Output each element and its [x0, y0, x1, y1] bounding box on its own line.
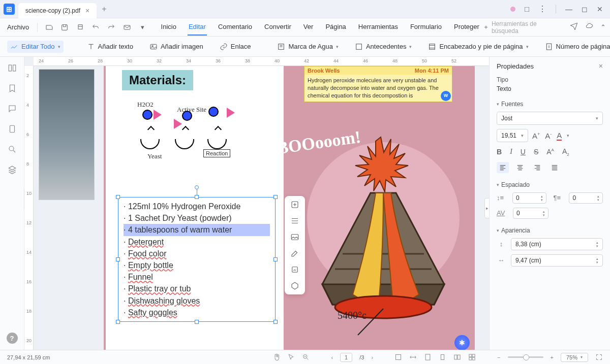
- page-input[interactable]: 1: [340, 353, 352, 362]
- zoom-out-icon[interactable]: −: [497, 354, 500, 360]
- list-item[interactable]: · Plastic tray or tub: [124, 283, 270, 294]
- fit-page-icon[interactable]: [424, 353, 432, 361]
- align-center-button[interactable]: [514, 162, 526, 173]
- font-size-input[interactable]: 19,51▾: [497, 129, 528, 142]
- link-button[interactable]: Enlace: [217, 41, 254, 53]
- subscript-button[interactable]: A2: [562, 147, 569, 157]
- send-icon[interactable]: [570, 22, 578, 32]
- list-item[interactable]: · Funnel: [124, 271, 270, 283]
- comment-note[interactable]: Brook Wells Mon 4:11 PM Hydrogen peroxid…: [304, 66, 452, 102]
- new-tab-button[interactable]: +: [102, 5, 106, 14]
- spacing-after-input[interactable]: 0▴▾: [569, 192, 603, 204]
- ai-assistant-badge[interactable]: ✱: [454, 335, 470, 350]
- italic-button[interactable]: I: [510, 148, 512, 156]
- collapse-ribbon-icon[interactable]: ⌃: [600, 23, 606, 31]
- resize-handle[interactable]: [273, 195, 278, 199]
- notification-icon[interactable]: □: [525, 5, 529, 13]
- fit-width-icon[interactable]: [409, 353, 417, 361]
- align-justify-button[interactable]: [548, 162, 561, 173]
- text-selection-block[interactable]: · 125ml 10% Hydrogen Peroxide · 1 Sachet…: [118, 197, 276, 322]
- print-icon[interactable]: [74, 21, 87, 34]
- search-tools[interactable]: ✦ Herramientas de búsqueda: [483, 20, 561, 35]
- word-doc-icon[interactable]: W: [441, 91, 451, 101]
- tab-home[interactable]: Inicio: [160, 19, 177, 36]
- superscript-button[interactable]: AA: [546, 148, 554, 156]
- align-left-button[interactable]: [497, 162, 509, 173]
- attachment-icon[interactable]: [7, 124, 17, 134]
- watermark-button[interactable]: Marca de Agua▾: [274, 41, 341, 53]
- decrease-font-icon[interactable]: A-: [545, 131, 552, 140]
- resize-handle[interactable]: [116, 320, 120, 324]
- list-item-selected[interactable]: · 4 tablespoons of warm water: [124, 224, 270, 236]
- user-avatar-icon[interactable]: [510, 7, 515, 12]
- save-icon[interactable]: [58, 21, 71, 34]
- close-window-icon[interactable]: ✕: [597, 5, 603, 13]
- cloud-icon[interactable]: [585, 22, 593, 32]
- two-page-icon[interactable]: [453, 353, 461, 361]
- tab-edit[interactable]: Editar: [188, 19, 207, 36]
- tab-page[interactable]: Página: [324, 19, 347, 36]
- page-number-button[interactable]: Número de página›: [542, 41, 610, 53]
- minimize-icon[interactable]: —: [565, 5, 572, 13]
- maximize-icon[interactable]: ◻: [582, 5, 588, 13]
- undo-icon[interactable]: [89, 21, 102, 34]
- select-tool-icon[interactable]: [287, 353, 295, 361]
- zoom-select[interactable]: 75%▾: [561, 353, 588, 362]
- list-item[interactable]: · Detergent: [124, 236, 270, 248]
- search-icon[interactable]: [7, 144, 17, 154]
- list-item[interactable]: · 1 Sachet Dry Yeast (powder): [124, 212, 270, 224]
- header-footer-button[interactable]: Encabezado y pie de página▾: [425, 41, 531, 53]
- list-item[interactable]: · Food color: [124, 248, 270, 259]
- zoom-tool-icon[interactable]: [302, 353, 310, 361]
- layers-icon[interactable]: [7, 164, 17, 175]
- font-color-icon[interactable]: A: [557, 131, 562, 141]
- list-item[interactable]: · Safty goggles: [124, 307, 270, 318]
- width-input[interactable]: 8,38 (cm)▴▾: [511, 238, 603, 250]
- fonts-section-header[interactable]: Fuentes: [497, 101, 603, 108]
- open-icon[interactable]: [43, 21, 55, 34]
- comment-icon[interactable]: [7, 104, 17, 114]
- thumbnail-icon[interactable]: [7, 63, 17, 73]
- mail-icon[interactable]: [120, 21, 133, 34]
- help-icon[interactable]: ?: [7, 333, 18, 344]
- collapse-right-panel[interactable]: ▸: [484, 198, 489, 218]
- hand-tool-icon[interactable]: [272, 353, 280, 361]
- bold-button[interactable]: B: [497, 148, 502, 156]
- bookmark-icon[interactable]: [7, 83, 17, 93]
- tab-convert[interactable]: Convertir: [263, 19, 292, 36]
- add-text-button[interactable]: Añadir texto: [84, 41, 136, 53]
- align-right-button[interactable]: [531, 162, 543, 173]
- add-image-button[interactable]: Añadir imagen: [146, 41, 206, 53]
- list-item[interactable]: · Dishwashing gloves: [124, 295, 270, 307]
- strikethrough-button[interactable]: S: [534, 148, 538, 156]
- page-canvas[interactable]: Materials: H2O2 Active Site Yeast Reacti…: [104, 66, 475, 350]
- zoom-slider[interactable]: [508, 356, 543, 358]
- spacing-before-input[interactable]: 0▴▾: [512, 192, 546, 204]
- height-input[interactable]: 9,47 (cm)▴▾: [511, 254, 603, 267]
- prev-page-icon[interactable]: ‹: [331, 354, 333, 360]
- tab-protect[interactable]: Proteger: [453, 19, 480, 36]
- tab-comment[interactable]: Comentario: [217, 19, 253, 36]
- tab-tools[interactable]: Herramientas: [357, 19, 399, 36]
- menu-file[interactable]: Archivo: [4, 21, 32, 33]
- increase-font-icon[interactable]: A+: [532, 131, 540, 140]
- tab-form[interactable]: Formulario: [409, 19, 443, 36]
- resize-handle[interactable]: [116, 195, 120, 199]
- list-item[interactable]: · 125ml 10% Hydrogen Peroxide: [124, 201, 270, 212]
- rotate-handle[interactable]: [195, 185, 199, 189]
- background-button[interactable]: Antecedentes▾: [352, 41, 415, 53]
- resize-handle[interactable]: [195, 320, 199, 324]
- edit-all-button[interactable]: Editar Todo▾: [7, 41, 64, 53]
- close-tab-icon[interactable]: ×: [85, 7, 89, 15]
- appearance-section-header[interactable]: Apariencia: [497, 227, 603, 234]
- list-item[interactable]: · Empty bottle: [124, 259, 270, 271]
- menu-more-icon[interactable]: ⋮: [538, 4, 546, 14]
- char-spacing-input[interactable]: 0▴▾: [513, 208, 548, 219]
- underline-button[interactable]: U: [521, 148, 526, 156]
- spacing-section-header[interactable]: Espaciado: [497, 181, 603, 188]
- resize-handle[interactable]: [273, 257, 278, 261]
- redo-icon[interactable]: [105, 21, 118, 34]
- single-page-icon[interactable]: [439, 353, 446, 361]
- font-family-select[interactable]: Jost▾: [497, 112, 603, 125]
- fullscreen-icon[interactable]: [595, 353, 603, 361]
